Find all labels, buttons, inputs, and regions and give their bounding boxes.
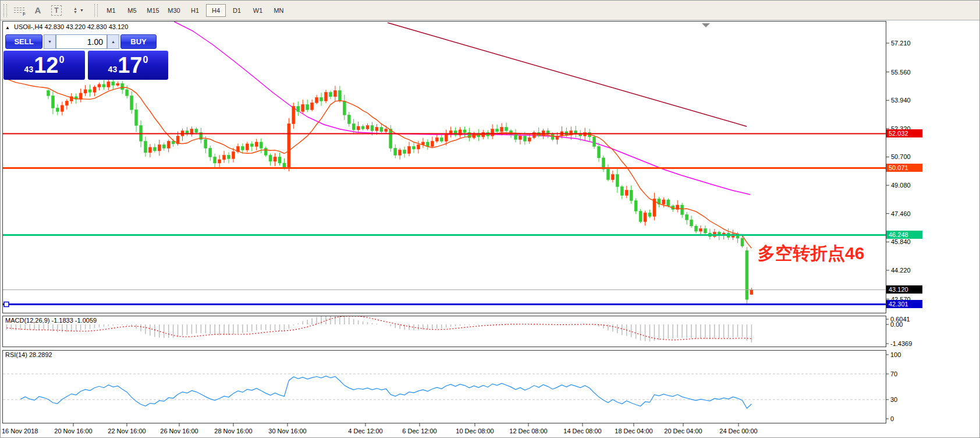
date-tick-label: 4 Dec 12:00	[348, 428, 382, 435]
tab-timeframe-M30[interactable]: M30	[164, 4, 184, 17]
sell-price-panel[interactable]: 43 12 0	[3, 51, 85, 80]
sell-button[interactable]: SELL	[5, 34, 42, 49]
timeframe-group: M1M5M15M30H1H4D1W1MN	[101, 4, 289, 17]
toolbar-drag-handle[interactable]	[3, 4, 7, 17]
tab-timeframe-H4[interactable]: H4	[206, 4, 226, 17]
dropdown-caret-icon: ▼	[80, 8, 84, 12]
fibonacci-tool-icon[interactable]: F	[10, 3, 29, 17]
axis-tick-label: 53.940	[891, 97, 911, 104]
volume-increase-button[interactable]: ▲	[107, 34, 119, 49]
buy-price-pips: 17	[118, 53, 142, 78]
volume-decrease-button[interactable]: ▼	[44, 34, 56, 49]
tab-timeframe-MN[interactable]: MN	[269, 4, 289, 17]
date-tick-label: 30 Nov 16:00	[268, 428, 306, 435]
date-tick-label: 20 Nov 16:00	[54, 428, 92, 435]
axis-tick-label: 42.301	[889, 301, 908, 308]
arrow-down-icon: ▼	[48, 40, 52, 44]
tab-timeframe-M5[interactable]: M5	[122, 4, 142, 17]
sell-price-whole: 43	[24, 65, 34, 74]
tab-timeframe-H1[interactable]: H1	[185, 4, 205, 17]
axis-tick-label: 70	[890, 370, 897, 377]
toolbar: F A T ▲ ▼ ▼ M1M5M15M30H1H4D1W1MN	[1, 1, 979, 20]
axis-tick-label: 100	[890, 351, 901, 358]
date-tick-label: 12 Dec 08:00	[509, 428, 547, 435]
axis-tick-label: 49.080	[891, 182, 911, 189]
date-tick-label: 20 Dec 04:00	[664, 428, 702, 435]
axis-tick-label: 46.248	[889, 231, 908, 238]
toolbar-drag-handle[interactable]	[94, 4, 98, 17]
axis-tick-label: -1.4369	[890, 340, 912, 347]
tab-timeframe-W1[interactable]: W1	[248, 4, 268, 17]
macd-indicator-label: MACD(12,26,9) -1.1833 -1.0059	[5, 317, 97, 324]
axis-tick-label: 57.210	[891, 40, 911, 47]
tab-timeframe-D1[interactable]: D1	[227, 4, 247, 17]
buy-price-sup: 0	[143, 55, 148, 65]
sell-price-sup: 0	[59, 55, 64, 65]
date-tick-label: 14 Dec 08:00	[563, 428, 601, 435]
axis-tick-label: 30	[890, 396, 897, 403]
axis-tick-label: 0.00	[890, 321, 903, 328]
axis-tick-label: 47.460	[891, 210, 911, 217]
ohlc-quotes: 42.830 43.220 42.830 43.120	[45, 23, 129, 30]
axis-tick-label: 55.560	[891, 69, 911, 76]
date-tick-label: 28 Nov 16:00	[214, 428, 252, 435]
volume-input[interactable]	[56, 34, 107, 49]
axis-tick-label: 50.071	[889, 164, 908, 171]
buy-price-whole: 43	[108, 65, 118, 74]
date-tick-label: 26 Nov 16:00	[160, 428, 198, 435]
date-tick-label: 16 Nov 2018	[2, 428, 38, 435]
date-tick-label: 6 Dec 12:00	[402, 428, 436, 435]
date-tick-label: 10 Dec 08:00	[456, 428, 493, 435]
chart-text-annotation: 多空转折点46	[758, 242, 864, 266]
axis-tick-label: 45.840	[891, 238, 911, 245]
buy-price-panel[interactable]: 43 17 0	[88, 51, 168, 80]
textbox-tool-icon[interactable]: T	[47, 3, 66, 17]
symbol-name: USOil-,H4	[14, 23, 43, 30]
date-tick-label: 18 Dec 04:00	[615, 428, 652, 435]
collapse-arrow-icon[interactable]: ▲	[5, 25, 10, 30]
mt4-window: F A T ▲ ▼ ▼ M1M5M15M30H1H4D1W1MN 57.2105…	[0, 0, 980, 438]
axis-tick-label: 44.220	[891, 267, 911, 274]
axis-tick-label: 52.032	[889, 130, 908, 137]
fibonacci-lines-icon: F	[14, 6, 24, 15]
symbol-header[interactable]: ▲ USOil-,H4 42.830 43.220 42.830 43.120	[5, 23, 128, 30]
tab-timeframe-M15[interactable]: M15	[143, 4, 163, 17]
rsi-indicator-label: RSI(14) 28.2892	[5, 351, 52, 358]
arrows-glyph-icon: ▲ ▼	[73, 7, 77, 14]
buy-button[interactable]: BUY	[120, 34, 157, 49]
date-tick-label: 24 Dec 00:00	[719, 428, 757, 435]
tab-timeframe-M1[interactable]: M1	[101, 4, 121, 17]
sell-price-pips: 12	[34, 53, 58, 78]
arrow-up-icon: ▲	[111, 40, 115, 44]
axis-tick-label: 0	[890, 415, 894, 422]
arrows-tool-icon[interactable]: ▲ ▼ ▼	[66, 3, 91, 17]
date-tick-label: 22 Nov 16:00	[108, 428, 145, 435]
axis-tick-label: 50.700	[891, 153, 911, 160]
date-axis[interactable]: 16 Nov 201820 Nov 16:0022 Nov 16:0026 No…	[1, 428, 885, 438]
axis-tick-label: 43.120	[889, 286, 908, 293]
text-tool-icon[interactable]: A	[29, 3, 47, 17]
